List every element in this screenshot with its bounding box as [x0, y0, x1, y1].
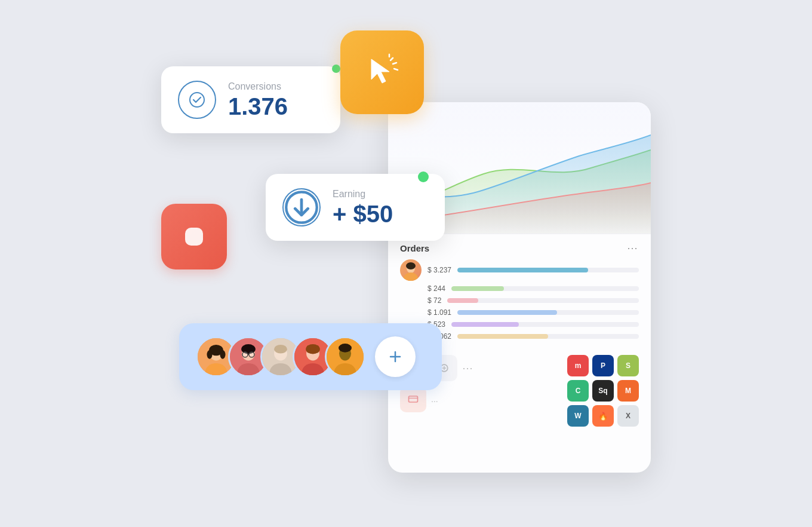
svg-point-25 [274, 345, 287, 354]
integration-other[interactable]: X [617, 405, 639, 427]
svg-line-2 [390, 58, 393, 60]
order-avatar-1 [400, 259, 422, 281]
order-bar-5 [451, 322, 639, 327]
integration-stripe[interactable]: C [567, 380, 589, 402]
order-row-4: $ 1.091 [400, 308, 639, 317]
check-circle-icon [178, 81, 216, 119]
click-icon-card [340, 30, 424, 114]
svg-point-35 [339, 344, 352, 353]
order-amount-3: $ 72 [427, 296, 441, 305]
earning-text: Earning + $50 [333, 189, 393, 226]
integrations-grid: m P S C Sq M W 🔥 X [567, 355, 639, 427]
order-bar-3 [447, 298, 639, 303]
svg-marker-1 [371, 59, 389, 83]
integration-fire[interactable]: 🔥 [592, 405, 614, 427]
down-circle-icon [282, 188, 321, 226]
orders-menu-icon[interactable]: ⋯ [627, 241, 639, 255]
order-amount-2: $ 244 [427, 284, 445, 293]
earning-label: Earning [333, 189, 393, 200]
conversions-card: Conversions 1.376 [161, 66, 340, 133]
svg-rect-47 [409, 396, 418, 402]
svg-point-0 [190, 93, 204, 107]
earning-card: Earning + $50 [266, 174, 445, 241]
online-indicator-2 [418, 171, 429, 182]
order-bar-1 [457, 268, 639, 272]
svg-point-14 [220, 350, 225, 359]
add-member-button[interactable] [375, 336, 416, 377]
svg-point-13 [207, 350, 213, 359]
orders-title: Orders [400, 243, 429, 253]
order-bar-2 [451, 286, 639, 291]
order-bar-6 [457, 334, 639, 339]
conversions-value: 1.376 [228, 94, 288, 118]
more-text: ... [431, 386, 438, 412]
order-row-2: $ 244 [400, 284, 639, 293]
order-row-3: $ 72 [400, 296, 639, 305]
order-amount-4: $ 1.091 [427, 308, 451, 317]
app-icon-red [161, 204, 227, 269]
integration-shopify[interactable]: S [617, 355, 639, 376]
conversions-label: Conversions [228, 81, 288, 92]
svg-point-30 [306, 345, 310, 353]
online-indicator-1 [332, 65, 340, 73]
svg-line-3 [393, 63, 396, 64]
svg-line-5 [394, 69, 398, 70]
dashboard-card: Orders ⋯ $ 3.237 [388, 102, 651, 473]
svg-point-40 [406, 262, 416, 269]
avatar-5 [325, 336, 365, 377]
integration-paypal[interactable]: P [592, 355, 614, 376]
integration-mailchimp[interactable]: m [567, 355, 589, 376]
conversions-text: Conversions 1.376 [228, 81, 288, 118]
team-card [179, 323, 442, 390]
scene: Conversions 1.376 [161, 30, 651, 497]
more-dots: ⋯ [462, 355, 473, 381]
svg-rect-6 [185, 228, 203, 246]
order-row-1: $ 3.237 [400, 259, 639, 281]
order-bar-4 [457, 310, 639, 315]
integration-magento[interactable]: M [617, 380, 639, 402]
integration-square[interactable]: Sq [592, 380, 614, 402]
svg-point-20 [249, 352, 254, 357]
integration-wordpress[interactable]: W [567, 405, 589, 427]
order-amount-1: $ 3.237 [427, 266, 451, 274]
svg-point-19 [242, 352, 248, 357]
avatar-group [196, 336, 365, 377]
earning-value: + $50 [333, 202, 393, 226]
svg-point-31 [315, 345, 319, 353]
svg-point-39 [404, 272, 418, 281]
